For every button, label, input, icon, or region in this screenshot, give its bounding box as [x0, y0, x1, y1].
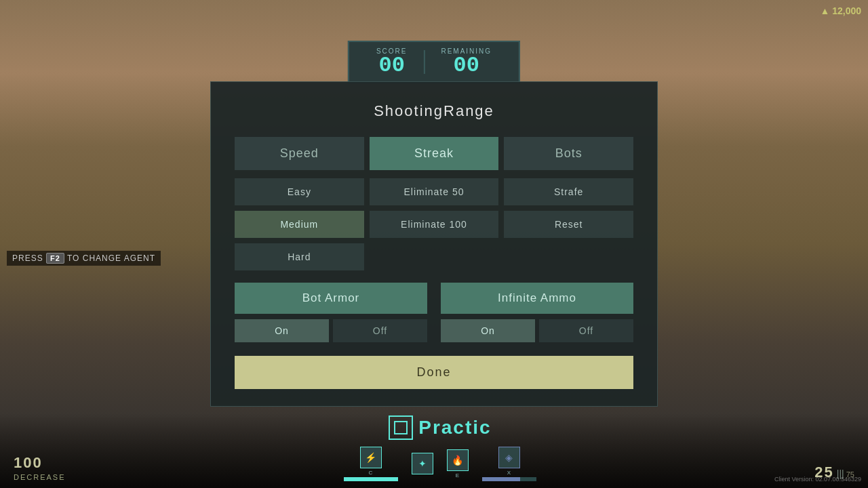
bot-armor-on[interactable]: On: [235, 319, 329, 342]
option-eliminate-50[interactable]: Eliminate 50: [370, 178, 499, 205]
infinite-ammo-on[interactable]: On: [441, 319, 535, 342]
option-easy[interactable]: Easy: [235, 178, 364, 205]
bot-behavior-column: Strafe Reset: [504, 178, 633, 270]
infinite-ammo-label[interactable]: Infinite Ammo: [441, 283, 633, 314]
option-hard[interactable]: Hard: [235, 243, 364, 270]
option-strafe[interactable]: Strafe: [504, 178, 633, 205]
infinite-ammo-group: Infinite Ammo On Off: [441, 283, 633, 342]
option-medium[interactable]: Medium: [235, 211, 364, 238]
eliminate-column: Eliminate 50 Eliminate 100: [370, 178, 499, 270]
difficulty-column: Easy Medium Hard: [235, 178, 364, 270]
options-section: Easy Medium Hard Eliminate 50 Eliminate …: [235, 178, 633, 270]
bot-armor-group: Bot Armor On Off: [235, 283, 427, 342]
option-reset[interactable]: Reset: [504, 211, 633, 238]
modal-overlay: ShootingRange Speed Streak Bots Easy Med…: [0, 0, 868, 488]
mode-buttons-row: Speed Streak Bots: [235, 137, 633, 170]
bot-armor-options: On Off: [235, 319, 427, 342]
mode-streak-button[interactable]: Streak: [370, 137, 499, 170]
infinite-ammo-off[interactable]: Off: [539, 319, 633, 342]
bot-armor-off[interactable]: Off: [333, 319, 427, 342]
bot-armor-label[interactable]: Bot Armor: [235, 283, 427, 314]
modal-title: ShootingRange: [235, 102, 633, 120]
option-eliminate-100[interactable]: Eliminate 100: [370, 211, 499, 238]
shooting-range-modal: ShootingRange Speed Streak Bots Easy Med…: [210, 81, 658, 407]
mode-speed-button[interactable]: Speed: [235, 137, 364, 170]
mode-bots-button[interactable]: Bots: [504, 137, 633, 170]
done-button[interactable]: Done: [235, 356, 633, 389]
toggle-section: Bot Armor On Off Infinite Ammo On Off: [235, 283, 633, 342]
infinite-ammo-options: On Off: [441, 319, 633, 342]
